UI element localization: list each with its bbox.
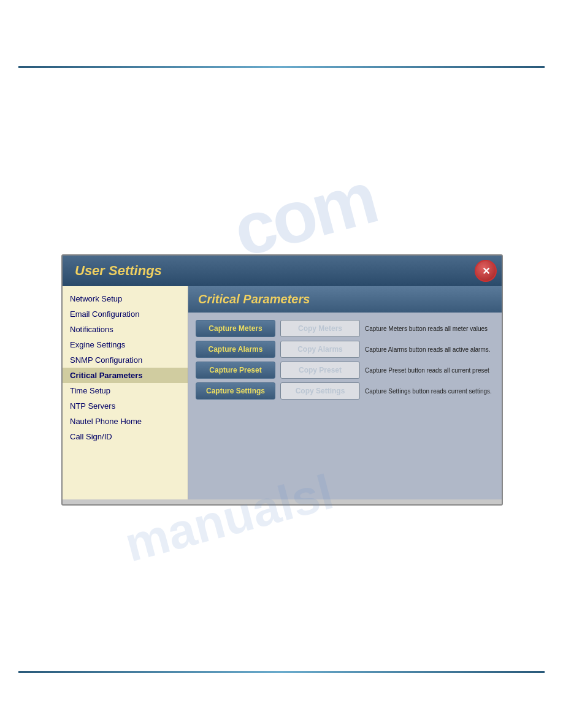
param-row-settings: Capture Settings Copy Settings Capture S… xyxy=(196,382,494,400)
sidebar-item-critical-parameters[interactable]: Critical Parameters xyxy=(63,368,188,383)
top-rule xyxy=(18,66,545,68)
sidebar-item-notifications[interactable]: Notifications xyxy=(63,322,188,337)
capture-preset-button[interactable]: Capture Preset xyxy=(196,362,275,379)
preset-description: Capture Preset button reads all current … xyxy=(365,366,494,374)
user-settings-dialog: User Settings Network Setup Email Config… xyxy=(61,254,503,506)
capture-settings-button[interactable]: Capture Settings xyxy=(196,382,275,400)
sidebar-item-time-setup[interactable]: Time Setup xyxy=(63,383,188,398)
content-area: Capture Meters Copy Meters Capture Meter… xyxy=(188,313,502,408)
copy-meters-button[interactable]: Copy Meters xyxy=(280,320,360,337)
sidebar-item-engine-settings[interactable]: Exgine Settings xyxy=(63,337,188,352)
sidebar-item-nautel-phone-home[interactable]: Nautel Phone Home xyxy=(63,414,188,429)
dialog-body: Network Setup Email Configuration Notifi… xyxy=(63,286,502,499)
sidebar-item-ntp-servers[interactable]: NTP Servers xyxy=(63,398,188,414)
meters-description: Capture Meters button reads all meter va… xyxy=(365,325,494,333)
section-title: Critical Parameters xyxy=(198,292,310,306)
capture-alarms-button[interactable]: Capture Alarms xyxy=(196,341,275,358)
main-content: Critical Parameters Capture Meters Copy … xyxy=(188,286,502,499)
section-header: Critical Parameters xyxy=(188,286,502,313)
copy-preset-button[interactable]: Copy Preset xyxy=(280,362,360,379)
capture-meters-button[interactable]: Capture Meters xyxy=(196,320,275,337)
sidebar-item-network-setup[interactable]: Network Setup xyxy=(63,291,188,306)
sidebar-item-call-sign-id[interactable]: Call Sign/ID xyxy=(63,429,188,444)
copy-alarms-button[interactable]: Copy Alarms xyxy=(280,341,360,358)
dialog-header: User Settings xyxy=(63,256,502,286)
settings-description: Capture Settings button reads current se… xyxy=(365,387,494,395)
param-row-preset: Capture Preset Copy Preset Capture Prese… xyxy=(196,362,494,379)
sidebar-item-snmp-configuration[interactable]: SNMP Configuration xyxy=(63,352,188,368)
alarms-description: Capture Alarms button reads all active a… xyxy=(365,346,494,354)
sidebar-item-email-configuration[interactable]: Email Configuration xyxy=(63,306,188,322)
bottom-rule xyxy=(18,671,545,673)
sidebar: Network Setup Email Configuration Notifi… xyxy=(63,286,188,499)
param-row-alarms: Capture Alarms Copy Alarms Capture Alarm… xyxy=(196,341,494,358)
close-button[interactable] xyxy=(475,260,497,282)
dialog-title: User Settings xyxy=(75,263,162,279)
copy-settings-button[interactable]: Copy Settings xyxy=(280,382,360,400)
param-row-meters: Capture Meters Copy Meters Capture Meter… xyxy=(196,320,494,337)
